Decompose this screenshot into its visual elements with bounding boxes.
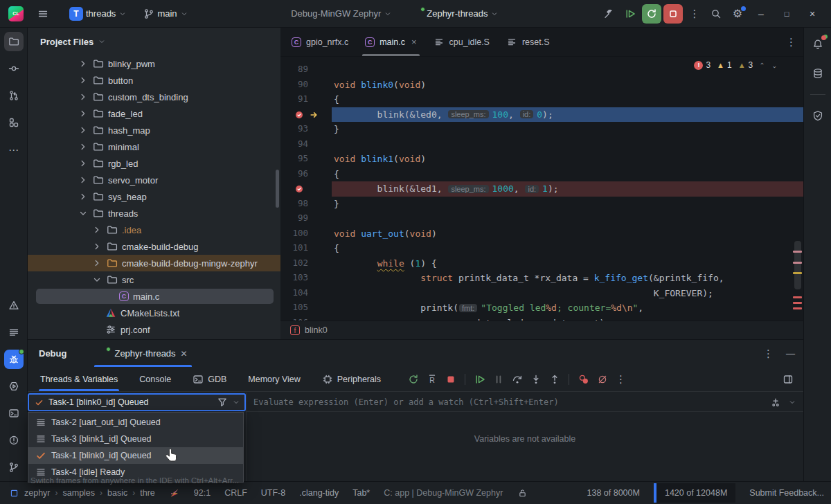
git-toolbutton[interactable] (4, 458, 24, 477)
gutter-line-96[interactable]: 96 (280, 167, 332, 182)
code-line-99[interactable]: 99 (280, 211, 803, 226)
linter-status[interactable]: .clang-tidy (299, 488, 339, 498)
code-line-104[interactable]: 104 K_FOREVER); (280, 286, 803, 301)
tree-item-minimal[interactable]: minimal (28, 138, 280, 155)
chevron-right-icon[interactable] (78, 125, 89, 136)
evaluate-expression-input[interactable]: Evaluate expression (Enter) or add a wat… (247, 393, 803, 412)
code-line-106[interactable]: 106 rx_data->led, rx_data->cnt); (280, 316, 803, 321)
thread-dropdown-item[interactable]: Task-3 [blink1_id] Queued (28, 431, 243, 447)
project-widget[interactable]: T threads (66, 4, 129, 24)
structure-toolbutton[interactable] (4, 113, 24, 132)
hide-toolwindow-icon[interactable]: — (786, 349, 795, 358)
chevron-right-icon[interactable] (78, 58, 89, 69)
breadcrumb-function-name[interactable]: blink0 (305, 325, 328, 335)
editor-tab-gpio-nrfx-c[interactable]: Cgpio_nrfx.c (283, 28, 357, 56)
main-menu-button[interactable] (33, 4, 53, 24)
notifications-bell-toolbutton[interactable] (808, 35, 828, 54)
chevron-right-icon[interactable] (78, 91, 89, 102)
tree-item-custom-dts-binding[interactable]: custom_dts_binding (28, 89, 280, 105)
run-hexagon-toolbutton[interactable] (4, 377, 24, 396)
rerun-debug-button[interactable] (642, 4, 661, 24)
editor-scrollbar[interactable] (792, 57, 802, 321)
tree-item-main-c[interactable]: Cmain.c (28, 288, 280, 305)
search-button[interactable] (706, 4, 726, 24)
database-toolbutton[interactable] (808, 64, 828, 83)
kebab-button[interactable]: ⋮ (685, 4, 704, 24)
gutter-line-89[interactable]: 89 (280, 62, 332, 78)
tree-item-servo-motor[interactable]: servo_motor (28, 172, 280, 188)
code-line-102[interactable]: 102 while (1) { (280, 256, 803, 271)
close-icon[interactable]: × (411, 37, 417, 47)
view-breakpoints-button[interactable] (575, 370, 592, 388)
tree-item-blinky-pwm[interactable]: blinky_pwm (28, 55, 280, 72)
code-line-92[interactable]: blink(&led0, sleep_ms:100, id:0); (280, 107, 803, 123)
minimize-icon[interactable]: – (749, 4, 773, 24)
gutter-line-94[interactable]: 94 (280, 137, 332, 152)
chevron-right-icon[interactable] (78, 75, 89, 86)
tree-item-threads[interactable]: threads (28, 205, 280, 222)
file-encoding[interactable]: UTF-8 (261, 488, 285, 498)
run-config-selector[interactable]: Zephyr-threads (410, 4, 501, 24)
thread-dropdown-item[interactable]: Task-1 [blink0_id] Queued (28, 447, 243, 464)
gutter-line-91[interactable]: 91 (280, 92, 332, 107)
tree-item-fade-led[interactable]: fade_led (28, 105, 280, 122)
mute-breakpoints-button[interactable] (593, 370, 611, 388)
next-problem-icon[interactable]: ⌃ (771, 62, 777, 69)
code-area[interactable]: !3 ▲1 ▲3 ⌃ ⌃ 8990void blink0(void)91{ bl… (280, 57, 803, 321)
editor-tab-cpu-idle-s[interactable]: cpu_idle.S (425, 28, 498, 56)
project-scrollbar[interactable] (276, 170, 279, 208)
code-line-91[interactable]: 91{ (280, 92, 803, 107)
gutter-line-104[interactable]: 104 (280, 286, 332, 301)
caret-position[interactable]: 92:1 (194, 488, 211, 498)
tree-item-prj-conf[interactable]: prj.conf (28, 321, 280, 338)
debug-tab-threads-variables[interactable]: Threads & Variables (39, 367, 119, 391)
breakpoint-icon[interactable] (294, 184, 304, 194)
chevron-down-icon[interactable] (232, 398, 240, 406)
gutter-line-106[interactable]: 106 (280, 316, 332, 321)
problems-toolbutton[interactable] (4, 431, 24, 450)
debug-bug-toolbutton[interactable] (4, 350, 24, 369)
kebab-button[interactable]: ⋮ (612, 370, 629, 388)
add-watch-icon[interactable] (770, 397, 781, 408)
rerun-r-button[interactable]: R (423, 370, 440, 388)
folder-toolbutton[interactable] (4, 32, 24, 51)
weak-warnings-badge[interactable]: ▲3 (738, 60, 753, 70)
chevron-right-icon[interactable] (78, 191, 89, 202)
editor-tab-main-c[interactable]: Cmain.c× (357, 28, 425, 56)
chevron-down-icon[interactable] (78, 208, 89, 219)
code-line-103[interactable]: 103 struct printk_data_t *rx_data = k_fi… (280, 271, 803, 286)
debug-tab-gdb[interactable]: GDB (191, 367, 228, 391)
layout-settings-icon[interactable] (783, 374, 794, 385)
line-ending[interactable]: CRLF (224, 488, 247, 498)
debug-session-tab[interactable]: Zephyr-threads ✕ (94, 340, 191, 367)
step-out-button[interactable] (546, 370, 563, 388)
resume-button[interactable] (471, 370, 488, 388)
tree-item-cmake-build-debug-mingw-zephyr[interactable]: cmake-build-debug-mingw-zephyr (28, 255, 280, 271)
code-line-94[interactable]: 94 (280, 137, 803, 152)
chevron-right-icon[interactable] (78, 108, 89, 119)
terminal-toolbutton[interactable] (4, 404, 24, 423)
gutter-line-103[interactable]: 103 (280, 271, 332, 286)
maximize-icon[interactable]: □ (775, 4, 798, 24)
pause-button[interactable] (490, 370, 507, 388)
editor-tab-reset-s[interactable]: reset.S (498, 28, 558, 56)
code-line-96[interactable]: 96{ (280, 167, 803, 182)
code-line-97[interactable]: blink(&led1, sleep_ms:1000, id:1); (280, 181, 803, 197)
chevron-right-icon[interactable] (78, 174, 89, 186)
code-line-93[interactable]: 93} (280, 122, 803, 137)
shield-toolbutton[interactable] (808, 106, 828, 125)
thread-dropdown-item[interactable]: Task-2 [uart_out_id] Queued (28, 414, 243, 431)
lock-open-icon[interactable] (517, 487, 528, 498)
code-line-95[interactable]: 95void blink1(void) (280, 152, 803, 167)
build-profile-selector[interactable]: Debug-MinGW Zephyr (288, 4, 395, 24)
inspections-widget[interactable]: !3 ▲1 ▲3 ⌃ ⌃ (694, 60, 777, 70)
gutter-line-90[interactable]: 90 (280, 78, 332, 93)
tree-item-cmakelists-txt[interactable]: CMakeLists.txt (28, 305, 280, 321)
filter-funnel-icon[interactable] (217, 397, 228, 408)
breakpoint-icon[interactable] (294, 110, 304, 120)
stop-filled-button[interactable] (442, 370, 459, 388)
chevron-down-icon[interactable] (91, 274, 102, 285)
chevron-right-icon[interactable] (91, 258, 102, 269)
gutter-line-95[interactable]: 95 (280, 152, 332, 167)
tree-item-sys-heap[interactable]: sys_heap (28, 188, 280, 205)
